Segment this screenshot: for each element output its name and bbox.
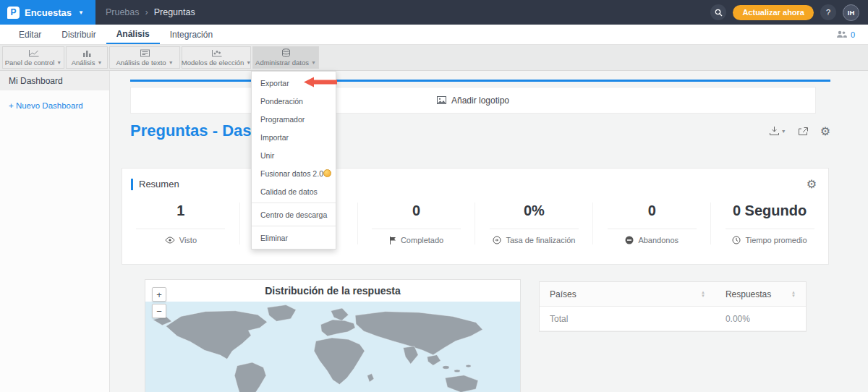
toolbar-panel-de-control[interactable]: Panel de control▼ xyxy=(2,46,64,69)
world-map[interactable] xyxy=(145,302,520,392)
search-icon xyxy=(715,9,723,17)
add-logo-label: Añadir logotipo xyxy=(451,95,509,106)
tab-editar[interactable]: Editar xyxy=(9,25,51,44)
dashboard-sidebar: Mi Dashboard + Nuevo Dashboard xyxy=(0,71,110,392)
help-button[interactable]: ? xyxy=(820,4,836,20)
menu-item-fusionar-datos[interactable]: Fusionar datos 2.0 xyxy=(252,164,336,182)
add-logo-bar[interactable]: Añadir logotipo xyxy=(130,87,816,114)
tab-analisis[interactable]: Análisis xyxy=(106,25,160,44)
chevron-down-icon: ▼ xyxy=(78,9,84,16)
chevron-down-icon: ▼ xyxy=(169,60,174,65)
completion-rate-icon xyxy=(493,236,501,244)
sort-icon[interactable]: ▲▼ xyxy=(701,291,705,298)
toolbar-analisis-de-texto[interactable]: Análisis de texto▼ xyxy=(109,46,180,69)
update-now-button[interactable]: Actualizar ahora xyxy=(733,5,814,20)
title-actions: ▼ ⚙ xyxy=(769,124,830,138)
stat-value: 0% xyxy=(490,203,579,229)
menu-item-centro-de-descarga[interactable]: Centro de descarga xyxy=(252,205,336,223)
tab-integracion[interactable]: Integración xyxy=(160,25,223,44)
share-icon xyxy=(798,127,809,136)
menu-item-importar[interactable]: Importar xyxy=(252,128,336,146)
chevron-down-icon: ▼ xyxy=(56,60,61,65)
line-chart-icon xyxy=(28,49,39,57)
column-header-respuestas[interactable]: Respuestas ▲▼ xyxy=(715,282,806,306)
stat-label-text: Abandonos xyxy=(638,236,678,244)
tab-distribuir[interactable]: Distribuir xyxy=(51,25,106,44)
sidebar-item-mi-dashboard[interactable]: Mi Dashboard xyxy=(0,71,109,90)
world-map-svg xyxy=(145,302,520,392)
main-nav: Editar Distribuir Análisis Integración 0 xyxy=(0,25,868,45)
toolbar-label: Administrar datos xyxy=(255,59,309,67)
menu-item-eliminar[interactable]: Eliminar xyxy=(252,229,336,247)
choice-models-icon xyxy=(211,49,222,57)
eye-icon xyxy=(165,237,175,244)
menu-item-programador[interactable]: Programador xyxy=(252,110,336,128)
download-button[interactable]: ▼ xyxy=(769,126,786,136)
sort-icon[interactable]: ▲▼ xyxy=(791,291,796,298)
cell-total: Total xyxy=(540,307,715,331)
collaborators-count: 0 xyxy=(851,30,855,39)
stat-label-text: Completado xyxy=(401,236,443,244)
download-icon xyxy=(769,126,780,136)
text-analysis-icon xyxy=(140,49,150,57)
stat-abandonos: 0 Abandonos xyxy=(592,203,710,244)
table-row: Total 0.00% xyxy=(540,307,806,331)
topbar: P Encuestas ▼ Pruebas › Preguntas Actual… xyxy=(0,0,868,25)
toolbar-label: Panel de control xyxy=(5,59,55,67)
stat-label-text: Tasa de finalización xyxy=(506,236,575,244)
avatar[interactable]: IH xyxy=(843,4,859,21)
bar-chart-icon xyxy=(82,49,93,57)
column-label: Respuestas xyxy=(726,289,771,299)
annotation-arrow xyxy=(304,77,337,88)
dashboard-content: Añadir logotipo Preguntas - Dashboard ▼ … xyxy=(110,71,868,392)
image-icon xyxy=(437,96,446,104)
collaborators[interactable]: 0 xyxy=(836,25,868,44)
search-button[interactable] xyxy=(710,4,726,20)
stat-value: 0 xyxy=(608,203,697,229)
accent-bar xyxy=(131,179,133,190)
new-dashboard-link[interactable]: + Nuevo Dashboard xyxy=(0,101,109,110)
questionpro-logo-icon: P xyxy=(7,7,20,19)
toolbar-administrar-datos[interactable]: Administrar datos▼ xyxy=(252,46,319,69)
menu-item-unir[interactable]: Unir xyxy=(252,146,336,164)
zoom-out-button[interactable]: − xyxy=(152,304,166,318)
stat-value: 0 Segundo xyxy=(726,203,814,229)
coin-badge-icon xyxy=(323,169,331,177)
chevron-down-icon: ▼ xyxy=(97,60,102,65)
toolbar-label: Modelos de elección xyxy=(182,59,244,67)
menu-item-ponderacion[interactable]: Ponderación xyxy=(252,92,336,110)
clock-icon xyxy=(732,236,741,244)
summary-stats: 1 Visto 0 Completado 0% xyxy=(122,203,828,244)
stat-tasa-finalizacion: 0% Tasa de finalización xyxy=(475,203,592,244)
database-icon xyxy=(281,48,292,57)
cell-percentage: 0.00% xyxy=(715,307,806,331)
settings-gear-icon[interactable]: ⚙ xyxy=(820,124,830,138)
dashboard-top-rule xyxy=(130,80,830,82)
title-row: Preguntas - Dashboard ▼ ⚙ xyxy=(130,122,830,140)
share-button[interactable] xyxy=(798,127,809,136)
menu-item-calidad-de-datos[interactable]: Calidad de datos xyxy=(252,182,336,200)
menu-separator xyxy=(252,203,336,203)
product-switcher[interactable]: P Encuestas ▼ xyxy=(0,0,95,25)
chevron-down-icon: ▼ xyxy=(781,129,786,134)
chevron-down-icon: ▼ xyxy=(311,60,316,65)
topbar-actions: Actualizar ahora ? IH xyxy=(710,4,868,21)
response-map-card: Distribución de la respuesta + − xyxy=(145,279,521,392)
toolbar-label: Análisis xyxy=(72,59,95,67)
toolbar-modelos-de-eleccion[interactable]: Modelos de elección▼ xyxy=(182,46,251,69)
map-title: Distribución de la respuesta xyxy=(145,280,520,302)
breadcrumb: Pruebas › Preguntas xyxy=(106,7,195,17)
product-name: Encuestas xyxy=(25,7,72,18)
toolbar-label: Análisis de texto xyxy=(116,59,166,67)
column-label: Países xyxy=(550,289,576,299)
stat-label-text: Tiempo promedio xyxy=(745,236,807,244)
column-header-paises[interactable]: Países ▲▼ xyxy=(540,282,715,306)
toolbar-analisis[interactable]: Análisis▼ xyxy=(66,46,108,69)
summary-header: Resumen ⚙ xyxy=(122,169,828,191)
summary-settings-gear-icon[interactable]: ⚙ xyxy=(807,177,817,191)
zoom-in-button[interactable]: + xyxy=(152,287,166,302)
breadcrumb-parent[interactable]: Pruebas xyxy=(106,7,140,17)
countries-table-card: Países ▲▼ Respuestas ▲▼ Total 0.00% xyxy=(539,281,807,332)
breadcrumb-current: Preguntas xyxy=(154,7,195,17)
stat-value: 0 xyxy=(372,203,461,229)
